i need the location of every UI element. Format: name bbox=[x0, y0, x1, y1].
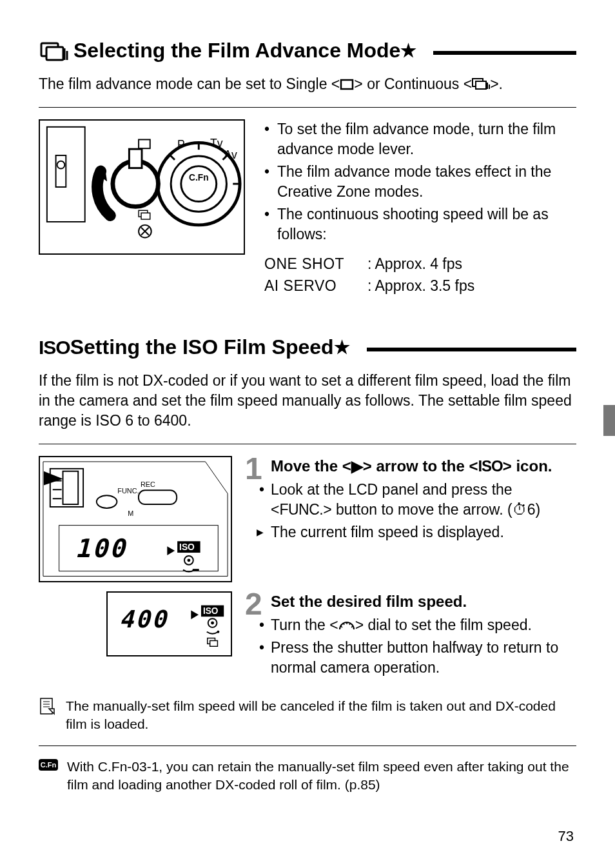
step2-heading: Set the desired film speed. bbox=[251, 591, 576, 611]
svg-marker-42 bbox=[167, 546, 175, 555]
note-text: The manually-set film speed will be canc… bbox=[66, 697, 576, 734]
bullet: The continuous shooting speed will be as… bbox=[264, 204, 576, 244]
svg-point-35 bbox=[97, 495, 117, 508]
svg-rect-33 bbox=[63, 471, 79, 504]
note-2: C.Fn With C.Fn-03-1, you can retain the … bbox=[39, 758, 576, 794]
svg-line-57 bbox=[341, 626, 342, 627]
note-text: With C.Fn-03-1, you can retain the manua… bbox=[67, 758, 576, 794]
svg-rect-6 bbox=[476, 81, 486, 89]
svg-rect-10 bbox=[56, 155, 66, 187]
svg-rect-4 bbox=[341, 80, 353, 89]
svg-point-14 bbox=[181, 166, 217, 202]
fps-label: ONE SHOT bbox=[264, 253, 367, 275]
svg-marker-49 bbox=[191, 610, 199, 619]
func-inline: FUNC. bbox=[279, 501, 323, 518]
section2-title: Setting the ISO Film Speed bbox=[70, 335, 334, 359]
star-icon: ★ bbox=[334, 337, 350, 358]
svg-text:REC: REC bbox=[141, 481, 155, 489]
continuous-mode-icon bbox=[39, 39, 70, 63]
star-icon: ★ bbox=[400, 40, 416, 61]
section1-intro: The film advance mode can be set to Sing… bbox=[39, 74, 576, 94]
section2-intro: If the film is not DX-coded or if you wa… bbox=[39, 371, 576, 431]
svg-point-46 bbox=[187, 559, 190, 562]
svg-rect-1 bbox=[46, 47, 63, 60]
svg-text:Av: Av bbox=[224, 148, 237, 161]
svg-text:M: M bbox=[128, 509, 133, 517]
svg-text:FUNC.: FUNC. bbox=[117, 487, 139, 495]
note-1: The manually-set film speed will be canc… bbox=[39, 697, 576, 734]
single-mode-icon bbox=[340, 79, 354, 90]
svg-text:Tv: Tv bbox=[210, 137, 223, 150]
svg-rect-62 bbox=[41, 698, 52, 714]
svg-rect-56 bbox=[210, 640, 218, 646]
continuous-mode-small-icon bbox=[472, 78, 490, 91]
cfn-badge-icon: C.Fn bbox=[39, 759, 58, 771]
bullet: To set the film advance mode, turn the f… bbox=[264, 119, 576, 159]
main-dial-icon bbox=[338, 619, 355, 632]
svg-marker-34 bbox=[44, 471, 63, 486]
svg-point-53 bbox=[211, 621, 214, 624]
svg-text:400: 400 bbox=[119, 604, 169, 633]
page-number: 73 bbox=[558, 828, 574, 845]
note-icon bbox=[39, 697, 57, 715]
svg-text:100: 100 bbox=[75, 533, 126, 563]
svg-line-61 bbox=[351, 626, 353, 627]
fps-value: : Approx. 3.5 fps bbox=[367, 277, 474, 294]
step2-bullet: Turn the <> dial to set the film speed. bbox=[251, 615, 576, 635]
film-advance-lever-illustration: C.Fn Tv Av P bbox=[39, 119, 245, 255]
section1-title: Selecting the Film Advance Mode bbox=[73, 39, 400, 63]
svg-point-54 bbox=[217, 630, 219, 633]
page-side-tab bbox=[603, 405, 615, 436]
iso-heading-icon: ISO bbox=[39, 337, 70, 359]
lcd-panel-illustration-step2: 400 ISO bbox=[106, 591, 232, 656]
section1-heading: Selecting the Film Advance Mode★ bbox=[39, 39, 576, 63]
step1-heading: Move the <▶> arrow to the <ISO> icon. bbox=[251, 456, 576, 476]
svg-marker-66 bbox=[49, 709, 54, 714]
step2-bullet: Press the shutter button halfway to retu… bbox=[251, 638, 576, 678]
step1-bullet: Look at the LCD panel and press the <FUN… bbox=[251, 480, 576, 520]
svg-rect-37 bbox=[139, 490, 177, 504]
svg-line-60 bbox=[349, 624, 350, 625]
svg-line-58 bbox=[344, 624, 344, 625]
svg-rect-26 bbox=[139, 139, 150, 148]
fps-label: AI SERVO bbox=[264, 275, 367, 297]
svg-rect-28 bbox=[141, 213, 150, 219]
fps-table: ONE SHOT: Approx. 4 fps AI SERVO: Approx… bbox=[264, 253, 576, 297]
svg-rect-24 bbox=[129, 149, 142, 168]
step1-result: The current film speed is displayed. bbox=[251, 522, 576, 542]
svg-text:ISO: ISO bbox=[203, 606, 219, 616]
lcd-panel-illustration-step1: FUNC. REC M 100 ISO bbox=[39, 456, 232, 582]
section1-bullets: To set the film advance mode, turn the f… bbox=[264, 119, 576, 244]
svg-text:ISO: ISO bbox=[179, 542, 195, 552]
right-arrow-icon: ▶ bbox=[351, 456, 363, 476]
iso-inline: ISO bbox=[478, 457, 502, 475]
svg-point-13 bbox=[171, 156, 226, 212]
bullet: The film advance mode takes effect in th… bbox=[264, 162, 576, 202]
svg-line-18 bbox=[170, 155, 175, 160]
fps-value: : Approx. 4 fps bbox=[367, 255, 462, 272]
svg-text:P: P bbox=[177, 138, 185, 151]
svg-text:C.Fn: C.Fn bbox=[189, 173, 208, 182]
section2-heading: ISO Setting the ISO Film Speed★ bbox=[39, 335, 576, 359]
